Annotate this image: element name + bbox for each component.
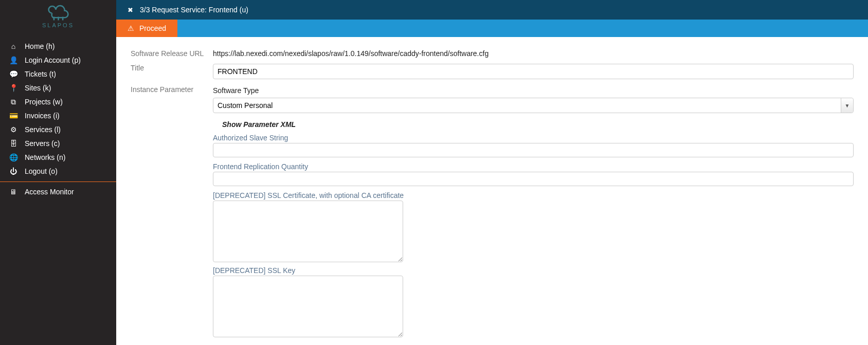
sidebar-divider bbox=[0, 181, 116, 182]
sidebar-item-access-monitor[interactable]: 🖥 Access Monitor bbox=[0, 185, 116, 199]
sidebar-item-label: Tickets (t) bbox=[25, 69, 56, 80]
gears-icon: ⚙ bbox=[8, 124, 19, 135]
card-icon: 💳 bbox=[8, 111, 19, 121]
row-title: Title bbox=[131, 62, 854, 79]
sidebar-item-label: Projects (w) bbox=[25, 97, 63, 107]
sidebar-item-home[interactable]: ⌂ Home (h) bbox=[0, 40, 116, 53]
sidebar-item-sites[interactable]: 📍 Sites (k) bbox=[0, 81, 116, 95]
topbar: ✖ 3/3 Request Service: Frontend (u) bbox=[116, 0, 868, 20]
frontend-replication-quantity-input[interactable] bbox=[213, 172, 854, 186]
sidebar-item-label: Login Account (p) bbox=[25, 55, 81, 66]
main-area: ✖ 3/3 Request Service: Frontend (u) ⚠ Pr… bbox=[116, 0, 868, 345]
param-label-ssl-certificate: [DEPRECATED] SSL Certificate, with optio… bbox=[213, 191, 854, 199]
param-label-frontend-replication-quantity: Frontend Replication Quantity bbox=[213, 162, 854, 171]
sidebar-item-tickets[interactable]: 💬 Tickets (t) bbox=[0, 67, 116, 81]
sidebar-item-label: Networks (n) bbox=[25, 152, 65, 163]
software-type-select[interactable]: Custom Personal bbox=[213, 98, 854, 113]
form: Software Release URL https://lab.nexedi.… bbox=[116, 37, 868, 345]
label-instance-parameter: Instance Parameter bbox=[131, 83, 213, 94]
sidebar-item-label: Logout (o) bbox=[25, 166, 58, 177]
sidebar-item-networks[interactable]: 🌐 Networks (n) bbox=[0, 151, 116, 165]
chat-icon: 💬 bbox=[8, 69, 19, 80]
sidebar-item-projects[interactable]: ⧉ Projects (w) bbox=[0, 95, 116, 109]
value-software-release-url: https://lab.nexedi.com/nexedi/slapos/raw… bbox=[213, 47, 854, 58]
sidebar-item-label: Home (h) bbox=[25, 41, 55, 52]
title-input[interactable] bbox=[213, 64, 854, 79]
proceed-button-label: Proceed bbox=[139, 24, 166, 32]
user-icon: 👤 bbox=[8, 55, 19, 66]
param-label-ssl-key: [DEPRECATED] SSL Key bbox=[213, 266, 854, 275]
authorized-slave-string-input[interactable] bbox=[213, 143, 854, 157]
ssl-key-textarea[interactable] bbox=[213, 276, 403, 337]
sidebar-item-label: Access Monitor bbox=[25, 187, 74, 197]
page-title: 3/3 Request Service: Frontend (u) bbox=[140, 6, 248, 14]
pin-icon: 📍 bbox=[8, 83, 19, 94]
row-instance-parameter: Instance Parameter Software Type Custom … bbox=[131, 83, 854, 341]
brand-logo: SLAPOS bbox=[0, 0, 116, 30]
actionbar: ⚠ Proceed bbox=[116, 20, 868, 37]
close-icon[interactable]: ✖ bbox=[122, 6, 138, 14]
home-icon: ⌂ bbox=[8, 41, 19, 52]
label-title: Title bbox=[131, 62, 213, 72]
show-parameter-xml-link[interactable]: Show Parameter XML bbox=[222, 120, 854, 129]
proceed-button[interactable]: ⚠ Proceed bbox=[116, 20, 177, 37]
globe-icon: 🌐 bbox=[8, 152, 19, 163]
cloud-logo-icon bbox=[44, 3, 73, 22]
db-icon: 🗄 bbox=[8, 138, 19, 149]
cubes-icon: ⧉ bbox=[8, 97, 19, 107]
power-icon: ⏻ bbox=[8, 166, 19, 177]
sidebar-item-login-account[interactable]: 👤 Login Account (p) bbox=[0, 53, 116, 67]
param-label-authorized-slave-string: Authorized Slave String bbox=[213, 134, 854, 142]
sidebar-item-label: Servers (c) bbox=[25, 138, 60, 149]
sidebar-item-invoices[interactable]: 💳 Invoices (i) bbox=[0, 109, 116, 123]
sidebar: SLAPOS ⌂ Home (h) 👤 Login Account (p) 💬 … bbox=[0, 0, 116, 345]
sidebar-item-label: Invoices (i) bbox=[25, 111, 60, 121]
brand-name: SLAPOS bbox=[0, 22, 116, 28]
sidebar-item-servers[interactable]: 🗄 Servers (c) bbox=[0, 137, 116, 151]
sidebar-item-logout[interactable]: ⏻ Logout (o) bbox=[0, 165, 116, 178]
ssl-certificate-textarea[interactable] bbox=[213, 201, 403, 262]
label-software-release-url: Software Release URL bbox=[131, 47, 213, 58]
warning-icon: ⚠ bbox=[128, 24, 134, 32]
sidebar-item-label: Services (l) bbox=[25, 124, 61, 135]
row-software-release-url: Software Release URL https://lab.nexedi.… bbox=[131, 47, 854, 58]
sidebar-item-services[interactable]: ⚙ Services (l) bbox=[0, 123, 116, 137]
label-software-type: Software Type bbox=[213, 86, 854, 95]
sidebar-nav: ⌂ Home (h) 👤 Login Account (p) 💬 Tickets… bbox=[0, 40, 116, 199]
sidebar-item-label: Sites (k) bbox=[25, 83, 51, 94]
monitor-icon: 🖥 bbox=[8, 187, 19, 197]
